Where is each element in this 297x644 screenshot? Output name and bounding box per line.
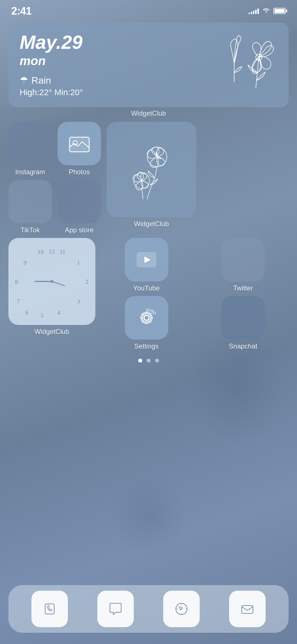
status-time: 2:41: [11, 5, 31, 17]
app-row-set-snap: Settings Snapchat: [101, 296, 289, 350]
page-dot-3[interactable]: [155, 359, 159, 363]
app-row-1: Instagram TikTok: [0, 122, 297, 234]
large-widgetclub[interactable]: WidgetClub: [107, 122, 196, 228]
left-app-col: Instagram TikTok: [8, 122, 52, 234]
svg-text:11: 11: [59, 248, 65, 255]
photos-app[interactable]: Photos: [57, 122, 101, 176]
weather-widget[interactable]: May.29 mon ☂ Rain High:22° Min:20°: [8, 22, 289, 107]
svg-point-25: [144, 316, 149, 320]
tiktok-label: TikTok: [20, 226, 40, 234]
page-dot-1[interactable]: [138, 359, 142, 363]
weather-condition: ☂ Rain: [20, 75, 216, 86]
umbrella-icon: ☂: [20, 75, 28, 86]
appstore-app[interactable]: App store: [57, 180, 101, 234]
youtube-app[interactable]: YouTube: [101, 238, 192, 292]
settings-label: Settings: [134, 342, 159, 350]
youtube-label: YouTube: [133, 284, 160, 292]
app-row-yt-tw: YouTube Twitter: [101, 238, 289, 292]
svg-text:9: 9: [24, 259, 27, 266]
weather-widget-label: WidgetClub: [0, 109, 297, 117]
weather-info: May.29 mon ☂ Rain High:22° Min:20°: [20, 33, 216, 97]
battery-icon: [273, 8, 286, 14]
middle-app-col: Photos App store: [57, 122, 101, 234]
instagram-app[interactable]: Instagram: [8, 122, 52, 176]
wifi-icon: [262, 7, 270, 15]
snapchat-label: Snapchat: [229, 342, 257, 350]
signal-bars-icon: [248, 8, 259, 14]
weather-temp: High:22° Min:20°: [20, 88, 216, 97]
svg-text:5: 5: [41, 312, 44, 319]
svg-text:1: 1: [77, 259, 80, 266]
clock-widget-container[interactable]: 12 1 2 3 4 5 6 7 8 9 10 11: [8, 238, 95, 336]
svg-point-21: [50, 280, 53, 283]
clock-widget-label: WidgetClub: [34, 328, 69, 336]
tiktok-app[interactable]: TikTok: [8, 180, 52, 234]
svg-text:6: 6: [25, 309, 28, 316]
twitter-label: Twitter: [233, 284, 253, 292]
mail-dock-icon[interactable]: [229, 591, 266, 627]
svg-text:8: 8: [15, 278, 18, 285]
svg-rect-37: [242, 606, 253, 613]
page-dots: [0, 359, 297, 363]
phone-dock-icon[interactable]: [31, 591, 68, 627]
weather-date: May.29: [20, 33, 216, 52]
page-dot-2[interactable]: [147, 359, 151, 363]
widgetclub-large-label: WidgetClub: [134, 220, 169, 228]
safari-dock-icon[interactable]: [163, 591, 200, 627]
right-app-col: YouTube Twitter: [101, 238, 289, 350]
snapchat-app[interactable]: Snapchat: [198, 296, 289, 350]
status-icons: [248, 7, 286, 15]
messages-dock-icon[interactable]: [97, 591, 134, 627]
svg-line-20: [52, 281, 65, 286]
svg-text:7: 7: [17, 298, 20, 305]
svg-text:3: 3: [77, 298, 80, 305]
weather-day: mon: [20, 54, 216, 68]
svg-text:4: 4: [57, 309, 61, 316]
status-bar: 2:41: [0, 0, 297, 17]
settings-app[interactable]: Settings: [101, 296, 192, 350]
svg-text:10: 10: [38, 248, 44, 255]
photos-label: Photos: [69, 168, 90, 176]
twitter-app[interactable]: Twitter: [198, 238, 289, 292]
weather-flower-decoration: [216, 33, 277, 89]
bottom-app-section: 12 1 2 3 4 5 6 7 8 9 10 11: [0, 238, 297, 350]
instagram-label: Instagram: [15, 168, 45, 176]
svg-text:12: 12: [49, 248, 55, 255]
svg-text:2: 2: [86, 278, 89, 285]
appstore-label: App store: [65, 226, 94, 234]
dock: [8, 585, 289, 633]
